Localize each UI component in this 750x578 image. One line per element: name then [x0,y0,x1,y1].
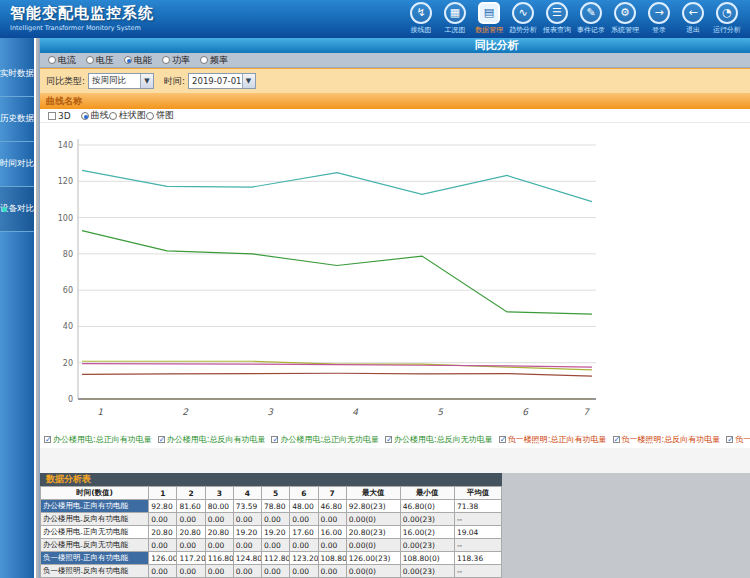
nav-item-label: 工况图 [445,25,466,35]
legend-item[interactable]: 负一楼照明:总正向有功电量 [499,434,607,445]
legend-checkbox[interactable] [44,436,51,443]
measure-option[interactable]: 电压 [86,54,114,67]
nav-item-run-analysis[interactable]: ◔运行分析 [710,2,744,35]
table-cell: 0.00 [205,539,233,552]
nav-item-label: 接线图 [411,25,432,35]
legend-item[interactable]: 办公楼用电:总正向有功电量 [44,434,152,445]
side-tab[interactable]: 历史数据 [0,97,34,142]
legend-label: 负一楼照明:总正向无功电量 [735,434,750,445]
y-tick-label: 100 [58,214,73,223]
wiring-diagram-icon: ↯ [410,2,432,24]
measure-option-radio [86,56,94,64]
table-cell: 116.80 [205,552,233,565]
measure-option-label: 电流 [58,54,76,67]
compare-type-value: 按周同比 [92,75,140,87]
nav-item-wiring-diagram[interactable]: ↯接线图 [404,2,438,35]
table-header-cell: 1 [149,487,177,500]
legend-item[interactable]: 办公楼用电:总反向有功电量 [158,434,266,445]
table-row-label[interactable]: 负一楼照明.正向有功电能 [41,552,149,565]
table-row-label[interactable]: 办公楼用电.正向无功电能 [41,526,149,539]
table-row[interactable]: 负一楼照明.正向有功电能126.00117.20116.80124.80112.… [41,552,502,565]
table-cell: 0.00 [205,565,233,578]
chart-type-option[interactable]: 柱状图 [109,109,146,122]
3d-checkbox[interactable]: 3D [48,111,71,121]
measure-option-label: 频率 [210,54,228,67]
legend-checkbox[interactable] [726,436,733,443]
legend-checkbox[interactable] [613,436,620,443]
measure-option-radio [162,56,170,64]
y-tick-label: 60 [63,287,73,296]
legend-item[interactable]: 办公楼用电:总正向无功电量 [271,434,379,445]
nav-item-status-diagram[interactable]: ▦工况图 [438,2,472,35]
report-query-icon: ☰ [546,2,568,24]
nav-item-trend-analysis[interactable]: ∿趋势分析 [506,2,540,35]
table-row-label[interactable]: 办公楼用电.反向有功电能 [41,513,149,526]
table-cell: 124.80 [233,552,261,565]
nav-item-event-record[interactable]: ✎事件记录 [574,2,608,35]
legend-label: 办公楼用电:总反向有功电量 [167,434,266,445]
nav-item-label: 事件记录 [577,25,605,35]
table-header-cell: 时间(数值) [41,487,149,500]
table-row[interactable]: 负一楼照明.反向有功电能0.000.000.000.000.000.000.00… [41,565,502,578]
nav-item-login[interactable]: →登录 [642,2,676,35]
nav-item-label: 运行分析 [713,25,741,35]
compare-type-label: 同比类型: [46,75,85,88]
table-header-row: 时间(数值)1234567最大值最小值平均值 [41,487,502,500]
measure-option-radio [48,56,56,64]
table-header-cell: 平均值 [454,487,501,500]
table-cell: 0.00 [262,539,290,552]
nav-item-logout[interactable]: ←退出 [676,2,710,35]
time-select[interactable]: 2019-07-01 ▼ [188,73,255,89]
table-row[interactable]: 办公楼用电.反向有功电能0.000.000.000.000.000.000.00… [41,513,502,526]
table-row[interactable]: 办公楼用电.正向无功电能20.8020.8020.8019.2019.2017.… [41,526,502,539]
x-tick-label: 6 [522,407,529,417]
legend-item[interactable]: 办公楼用电:总反向无功电量 [385,434,493,445]
legend-checkbox[interactable] [158,436,165,443]
table-cell: 20.80 [149,526,177,539]
table-row-label[interactable]: 办公楼用电.正向有功电能 [41,500,149,513]
measure-option[interactable]: 电能 [124,54,152,67]
table-cell: 71.38 [454,500,501,513]
status-diagram-icon: ▦ [444,2,466,24]
table-cell: 0.00(0) [346,539,400,552]
nav-item-report-query[interactable]: ☰报表查询 [540,2,574,35]
side-tab[interactable]: 设备对比 [0,187,34,232]
chart-type-option[interactable]: 曲线 [81,109,109,122]
side-tab[interactable]: 时间对比 [0,142,34,187]
chart-type-option[interactable]: 饼图 [146,109,174,122]
table-cell: 0.00(0) [346,565,400,578]
table-cell: 0.00(23) [400,513,454,526]
table-cell: 46.80 [318,500,346,513]
legend-item[interactable]: 负一楼照明:总正向无功电量 [726,434,750,445]
table-row[interactable]: 办公楼用电.正向有功电能92.8081.6080.0073.5978.8048.… [41,500,502,513]
measure-option[interactable]: 电流 [48,54,76,67]
side-tab-label: 实时数据 [0,68,34,80]
table-cell: 0.00 [290,539,318,552]
table-cell: 108.80 [318,552,346,565]
table-row-label[interactable]: 办公楼用电.反向无功电能 [41,539,149,552]
y-tick-label: 140 [58,141,73,150]
legend-checkbox[interactable] [385,436,392,443]
x-tick-label: 7 [583,407,590,417]
nav-item-data-manage[interactable]: ▤数据管理 [472,2,506,35]
measure-option-label: 电压 [96,54,114,67]
series-line [82,171,592,202]
table-row[interactable]: 办公楼用电.反向无功电能0.000.000.000.000.000.000.00… [41,539,502,552]
measure-option[interactable]: 功率 [162,54,190,67]
table-cell: 20.80(23) [346,526,400,539]
main-area: 实时数据历史数据时间对比设备对比 −设备列表+珠海康晋电气股份有限公司+测试微电… [0,38,750,578]
nav-item-label: 报表查询 [543,25,571,35]
legend-item[interactable]: 负一楼照明:总反向有功电量 [613,434,721,445]
nav-item-label: 数据管理 [475,25,503,35]
side-tab[interactable]: 实时数据 [0,52,34,97]
measure-option[interactable]: 频率 [200,54,228,67]
app-brand: 智能变配电监控系统 Intelligent Transformer Monito… [0,0,154,38]
legend-checkbox[interactable] [499,436,506,443]
table-row-label[interactable]: 负一楼照明.反向有功电能 [41,565,149,578]
legend-checkbox[interactable] [271,436,278,443]
event-record-icon: ✎ [580,2,602,24]
compare-type-select[interactable]: 按周同比 ▼ [88,73,154,89]
series-line [82,231,592,314]
nav-item-system-manage[interactable]: ⚙系统管理 [608,2,642,35]
y-tick-label: 80 [63,250,73,259]
